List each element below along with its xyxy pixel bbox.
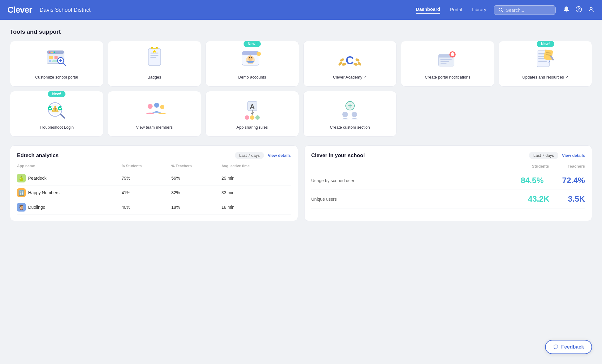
clever-logo: Clever <box>7 5 32 15</box>
tool-badges[interactable]: Badges <box>108 41 201 87</box>
search-icon <box>498 7 503 12</box>
col-time: Avg. active time <box>222 164 291 171</box>
app-name: Duolingo <box>28 205 45 210</box>
svg-point-67 <box>255 115 260 120</box>
feedback-button[interactable]: Feedback <box>545 340 592 354</box>
svg-text:C: C <box>346 54 354 67</box>
nav-library[interactable]: Library <box>472 7 486 13</box>
col-students: % Students <box>122 164 171 171</box>
troubleshoot-login-label: Troubleshoot Login <box>40 125 74 130</box>
tool-troubleshoot-login[interactable]: New! Tro <box>10 91 103 137</box>
app-avg-time: 18 min <box>222 200 291 215</box>
demo-accounts-label: Demo accounts <box>238 75 266 80</box>
app-sharing-label: App sharing rules <box>236 125 268 130</box>
app-avg-time: 29 min <box>222 171 291 186</box>
school-view-details[interactable]: View details <box>562 153 585 158</box>
tools-row-1: Customize school portal Badges New! <box>10 41 592 87</box>
stat-label: Usage by scoped user <box>311 178 521 183</box>
search-box[interactable] <box>494 5 556 15</box>
badges-label: Badges <box>148 75 161 80</box>
tools-row-2: New! Tro <box>10 91 592 137</box>
svg-rect-21 <box>242 51 259 55</box>
nav-portal[interactable]: Portal <box>450 7 462 13</box>
tool-create-custom[interactable]: Create custom section <box>303 91 397 137</box>
feedback-label: Feedback <box>561 344 584 350</box>
svg-point-10 <box>54 52 55 53</box>
table-row: 🦉 Duolingo 40% 18% 18 min <box>17 200 291 215</box>
tool-view-team[interactable]: View team members <box>108 91 201 137</box>
school-col-teachers: Teachers <box>568 164 585 169</box>
user-icon[interactable] <box>588 6 595 14</box>
troubleshoot-login-icon <box>44 97 69 122</box>
svg-rect-17 <box>150 53 158 54</box>
view-team-label: View team members <box>136 125 173 130</box>
svg-text:A: A <box>250 103 255 110</box>
feedback-icon <box>553 344 559 350</box>
bottom-grid: Edtech analytics Last 7 days View detail… <box>10 145 592 221</box>
svg-rect-13 <box>49 60 51 62</box>
svg-point-66 <box>250 115 254 120</box>
main-content: Tools and support <box>0 20 602 230</box>
svg-rect-14 <box>52 60 57 62</box>
district-name: Davis School District <box>40 7 91 13</box>
svg-point-61 <box>154 103 159 108</box>
svg-point-26 <box>249 57 249 58</box>
school-panel: Clever in your school Last 7 days View d… <box>304 145 592 221</box>
main-nav: Dashboard Portal Library <box>416 6 486 14</box>
tool-app-sharing[interactable]: A App sharing rules <box>206 91 299 137</box>
tool-updates-resources[interactable]: New! Updates and resources ↗ <box>499 41 592 87</box>
tools-section-title: Tools and support <box>10 28 592 35</box>
svg-rect-38 <box>440 59 452 60</box>
school-col-headers: Students Teachers <box>311 164 585 171</box>
app-name-cell: 🍐 Peardeck <box>17 171 122 186</box>
tool-customize-portal[interactable]: Customize school portal <box>10 41 103 87</box>
svg-point-5 <box>590 7 592 9</box>
svg-point-56 <box>54 110 55 111</box>
analytics-view-details[interactable]: View details <box>268 153 291 158</box>
stat-label: Unique users <box>311 197 528 202</box>
notification-icon[interactable] <box>563 6 570 14</box>
demo-accounts-icon <box>240 47 265 71</box>
app-students-pct: 41% <box>122 186 171 200</box>
svg-point-57 <box>48 106 52 110</box>
tool-portal-notifications[interactable]: Create portal notifications <box>401 41 494 87</box>
svg-point-34 <box>357 61 362 66</box>
table-row: 🍐 Peardeck 79% 56% 29 min <box>17 171 291 186</box>
stat-values: 43.2K 3.5K <box>528 194 585 204</box>
svg-point-2 <box>566 11 567 12</box>
tool-clever-academy[interactable]: C Clever Academy ↗ <box>303 41 397 87</box>
app-name: Happy Numbers <box>28 190 59 195</box>
svg-point-31 <box>338 61 343 66</box>
nav-dashboard[interactable]: Dashboard <box>416 6 440 14</box>
svg-rect-11 <box>49 56 53 59</box>
analytics-last7-badge: Last 7 days <box>235 152 264 159</box>
svg-point-43 <box>452 55 453 56</box>
badges-icon <box>142 47 167 71</box>
svg-point-27 <box>251 57 251 58</box>
updates-resources-icon <box>533 47 558 71</box>
analytics-title: Edtech analytics <box>17 152 58 159</box>
customize-portal-icon <box>44 47 69 71</box>
svg-rect-18 <box>150 55 158 56</box>
school-last7-badge: Last 7 days <box>529 152 558 159</box>
school-title: Clever in your school <box>311 152 365 159</box>
col-app-name: App name <box>17 164 122 171</box>
svg-rect-40 <box>440 63 447 64</box>
app-name-cell: 🦉 Duolingo <box>17 200 122 215</box>
search-input[interactable] <box>506 7 549 13</box>
analytics-panel: Edtech analytics Last 7 days View detail… <box>10 145 298 221</box>
svg-point-22 <box>257 52 261 56</box>
tool-demo-accounts[interactable]: New! Demo accounts <box>206 41 299 87</box>
app-sharing-icon: A <box>240 97 265 122</box>
svg-rect-19 <box>150 57 156 58</box>
svg-rect-12 <box>54 56 58 59</box>
svg-point-70 <box>352 112 357 117</box>
svg-line-1 <box>502 11 503 12</box>
help-icon[interactable] <box>575 6 582 14</box>
stat-teachers-value: 3.5K <box>568 194 585 204</box>
app-students-pct: 79% <box>122 171 171 186</box>
header-icons <box>563 6 595 14</box>
school-col-students: Students <box>532 164 549 169</box>
svg-point-4 <box>578 10 579 11</box>
svg-point-32 <box>355 58 360 62</box>
